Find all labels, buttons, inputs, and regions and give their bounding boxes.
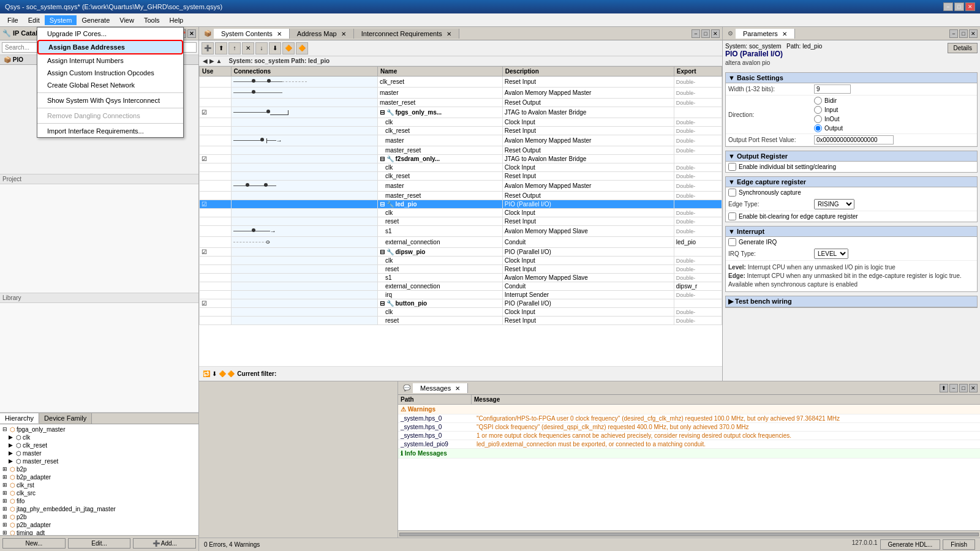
radio-input[interactable]: Input xyxy=(814,106,843,114)
menu-assign-custom[interactable]: Assign Custom Instruction Opcodes xyxy=(37,67,183,79)
irq-type-select[interactable]: LEVEL EDGE xyxy=(814,249,848,259)
params-close[interactable]: ✕ xyxy=(969,29,978,38)
menu-import-interface[interactable]: Import Interface Requirements... xyxy=(37,125,183,137)
tree-master-reset[interactable]: ▶ ⬡ master_reset xyxy=(1,457,197,465)
sync-capture-checkbox[interactable] xyxy=(728,189,736,197)
table-row[interactable]: → master Avalon Memory Mapped Master Dou… xyxy=(200,135,722,146)
menu-remove-dangling[interactable]: Remove Dangling Connections xyxy=(37,110,183,122)
table-row[interactable]: external_connection Conduit dipsw_r xyxy=(200,282,722,291)
tb-down[interactable]: ↓ xyxy=(255,42,268,54)
table-row[interactable]: clk_reset Reset Input Double- xyxy=(200,172,722,181)
tree-timing-adt[interactable]: ⊞ ⬡ timing_adt xyxy=(1,529,197,536)
generate-irq-row[interactable]: Generate IRQ xyxy=(726,237,977,247)
table-row[interactable]: reset Reset Input Double- xyxy=(200,265,722,274)
edge-capture-header[interactable]: ▼ Edge capture register xyxy=(726,177,977,187)
table-row[interactable]: s1 Avalon Memory Mapped Slave Double- xyxy=(200,274,722,282)
close-messages[interactable]: ✕ xyxy=(455,385,460,392)
params-minimize[interactable]: − xyxy=(949,29,958,38)
generate-hdl-btn[interactable]: Generate HDL... xyxy=(880,539,941,550)
tree-p2b[interactable]: ⊞ ⬡ p2b xyxy=(1,513,197,521)
table-row[interactable]: ⊙ external_connection Conduit led_pio xyxy=(200,237,722,248)
menu-view[interactable]: View xyxy=(115,15,139,25)
output-register-header[interactable]: ▼ Output Register xyxy=(726,151,977,162)
width-input[interactable] xyxy=(814,84,851,94)
tab-parameters[interactable]: Parameters ✕ xyxy=(736,29,795,39)
reset-value-input[interactable] xyxy=(814,135,894,144)
radio-output[interactable]: Output xyxy=(814,124,843,132)
tab-messages[interactable]: Messages ✕ xyxy=(413,383,468,393)
table-row[interactable]: clk Clock Input Double- xyxy=(200,257,722,265)
table-row[interactable]: clk Clock Input Double- xyxy=(200,209,722,217)
tree-clk[interactable]: ▶ ⬡ clk xyxy=(1,433,197,441)
table-row[interactable]: clk_reset Reset Input Double- xyxy=(200,127,722,135)
radio-inout[interactable]: InOut xyxy=(814,115,843,123)
table-row[interactable]: master_reset Reset Output Double- xyxy=(200,192,722,200)
table-row[interactable]: ☑ ⊟ 🔧 button_pio PIO (Parallel I/O) xyxy=(200,299,722,308)
menu-upgrade-ip[interactable]: Upgrade IP Cores... xyxy=(37,28,183,40)
close-btn[interactable]: ✕ xyxy=(965,2,975,11)
tree-clk-src[interactable]: ⊞ ⬡ clk_src xyxy=(1,489,197,497)
table-row[interactable]: → s1 Avalon Memory Mapped Slave Double- xyxy=(200,226,722,237)
tree-fpga-only-master[interactable]: ⊟ ⬡ fpga_only_master xyxy=(1,425,197,433)
sc-close[interactable]: ✕ xyxy=(711,29,720,38)
table-row[interactable]: irq Interrupt Sender Double- xyxy=(200,291,722,299)
table-row[interactable]: master_reset Reset Output Double- xyxy=(200,99,722,107)
radio-bidir[interactable]: Bidir xyxy=(814,97,843,105)
menu-show-system[interactable]: Show System With Qsys Interconnect xyxy=(37,94,183,107)
msg-close[interactable]: ✕ xyxy=(969,384,978,392)
close-system-contents[interactable]: ✕ xyxy=(277,31,282,37)
tab-address-map[interactable]: Address Map ✕ xyxy=(290,29,354,39)
table-row[interactable]: master Avalon Memory Mapped Master Doubl… xyxy=(200,181,722,192)
table-row[interactable]: clk_reset Reset Input Double- xyxy=(200,77,722,88)
enable-individual-bit[interactable]: Enable individual bit setting/clearing xyxy=(726,162,977,172)
params-maximize[interactable]: □ xyxy=(959,29,968,38)
table-row[interactable]: clk Clock Input Double- xyxy=(200,118,722,127)
minimize-btn[interactable]: − xyxy=(943,2,953,11)
msg-scroll-top[interactable]: ⬆ xyxy=(940,384,948,392)
edge-type-select[interactable]: RISING FALLING ANY xyxy=(814,199,854,209)
close-address-map[interactable]: ✕ xyxy=(341,31,346,37)
test-bench-header[interactable]: ▶ Test bench wiring xyxy=(726,296,977,307)
table-row[interactable]: master Avalon Memory Mapped Master Doubl… xyxy=(200,88,722,99)
tb-down1[interactable]: ⬇ xyxy=(269,42,281,54)
msg-pin[interactable]: − xyxy=(949,384,958,392)
add-btn[interactable]: ➕ Add... xyxy=(133,538,196,549)
tree-fifo[interactable]: ⊞ ⬡ fifo xyxy=(1,497,197,505)
sc-minimize[interactable]: − xyxy=(692,29,700,38)
tree-clk-rst[interactable]: ⊞ ⬡ clk_rst xyxy=(1,481,197,489)
menu-help[interactable]: Help xyxy=(165,15,189,25)
tree-p2b-adapter[interactable]: ⊞ ⬡ p2b_adapter xyxy=(1,521,197,529)
close-params[interactable]: ✕ xyxy=(782,31,787,37)
messages-body[interactable]: ⚠ Warnings _system.hps_0 "Configuration/… xyxy=(398,405,980,530)
tb-add[interactable]: ➕ xyxy=(202,42,214,54)
menu-file[interactable]: File xyxy=(2,15,23,25)
maximize-btn[interactable]: □ xyxy=(954,2,964,11)
ip-catalog-close[interactable]: ✕ xyxy=(187,29,196,38)
tb-filter1[interactable]: 🔶 xyxy=(282,42,295,54)
menu-edit[interactable]: Edit xyxy=(23,15,45,25)
msg-scrollbar[interactable] xyxy=(398,530,980,538)
tree-b2p-adapter[interactable]: ⊞ ⬡ b2p_adapter xyxy=(1,473,197,481)
edit-btn[interactable]: Edit... xyxy=(68,538,131,549)
tree-clk-reset[interactable]: ▶ ⬡ clk_reset xyxy=(1,441,197,449)
tree-master[interactable]: ▶ ⬡ master xyxy=(1,449,197,457)
table-row[interactable]: clk Clock Input Double- xyxy=(200,308,722,317)
sc-maximize[interactable]: □ xyxy=(701,29,710,38)
tb-delete[interactable]: ✕ xyxy=(242,42,254,54)
table-row[interactable]: ☑ ⊟ 🔧 f2sdram_only... JTAG to Avalon Mas… xyxy=(200,155,722,163)
menu-generate[interactable]: Generate xyxy=(77,15,115,25)
tree-b2p[interactable]: ⊞ ⬡ b2p xyxy=(1,465,197,473)
table-row[interactable]: master_reset Reset Output Double- xyxy=(200,146,722,155)
finish-btn[interactable]: Finish xyxy=(943,539,975,550)
interrupt-header[interactable]: ▼ Interrupt xyxy=(726,227,977,237)
sc-scroll-area[interactable]: Use Connections Name Description Export xyxy=(199,66,722,366)
tree-jtag-phy[interactable]: ⊞ ⬡ jtag_phy_embedded_in_jtag_master xyxy=(1,505,197,513)
table-row[interactable]: reset Reset Input Double- xyxy=(200,317,722,325)
bit-clearing-checkbox[interactable] xyxy=(728,212,736,220)
table-row[interactable]: ☑ ⊟ 🔧 fpgs_only_ms... xyxy=(200,107,722,118)
tab-interconnect[interactable]: Interconnect Requirements ✕ xyxy=(354,29,459,39)
sync-capture-row[interactable]: Synchronously capture xyxy=(726,187,977,198)
close-interconnect[interactable]: ✕ xyxy=(447,31,451,37)
menu-tools[interactable]: Tools xyxy=(139,15,165,25)
msg-maximize[interactable]: □ xyxy=(959,384,968,392)
